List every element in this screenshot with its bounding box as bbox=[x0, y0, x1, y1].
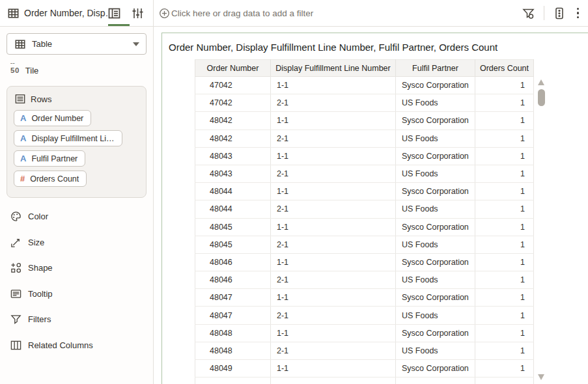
table-row[interactable]: 480462-1US Foods1 bbox=[195, 271, 534, 289]
pill-order-number[interactable]: A Order Number bbox=[14, 110, 91, 126]
size-icon bbox=[10, 237, 21, 248]
grammar-sidebar: Table 50 Tile Rows A Order Number A Disp… bbox=[0, 27, 154, 384]
table-cell: 1-1 bbox=[271, 218, 396, 236]
table-cell: 2-1 bbox=[271, 342, 396, 359]
table-row[interactable]: 480452-1US Foods1 bbox=[195, 236, 534, 253]
table-cell: 1 bbox=[475, 236, 534, 253]
table-cell: 48042 bbox=[195, 112, 271, 130]
sidebar-item-shape[interactable]: Shape bbox=[7, 255, 147, 281]
table-grid-icon bbox=[8, 8, 19, 19]
table-cell: 2-1 bbox=[271, 165, 396, 182]
table-cell: US Foods bbox=[396, 94, 475, 112]
filter-settings-icon[interactable] bbox=[522, 7, 535, 20]
table-row[interactable]: 480431-1Sysco Corporation1 bbox=[195, 147, 534, 165]
conditional-formatting-icon[interactable] bbox=[553, 7, 565, 20]
text-attribute-icon: A bbox=[20, 133, 26, 143]
filter-bar[interactable]: Click here or drag data to add a filter bbox=[154, 0, 522, 26]
color-palette-icon bbox=[10, 211, 21, 222]
table-cell: 1 bbox=[475, 130, 534, 147]
table-cell: 1-1 bbox=[271, 253, 396, 271]
column-header-display-fulfillment-line-number[interactable]: Display Fulfillment Line Number bbox=[271, 60, 396, 77]
table-cell: 1 bbox=[475, 360, 534, 377]
scroll-up-arrow-icon[interactable] bbox=[538, 79, 544, 85]
sidebar-item-related-columns[interactable]: Related Columns bbox=[7, 333, 147, 359]
table-row[interactable]: 480451-1Sysco Corporation1 bbox=[195, 218, 534, 236]
table-cell: 48048 bbox=[195, 342, 271, 359]
table-cell: 48046 bbox=[195, 271, 271, 289]
table-row[interactable]: 480482-1US Foods1 bbox=[195, 342, 534, 359]
table-cell: 1 bbox=[475, 200, 534, 218]
vertical-scrollbar[interactable] bbox=[536, 76, 546, 383]
pill-display-fulfillment-line[interactable]: A Display Fulfillment Li… bbox=[14, 130, 122, 146]
table-cell bbox=[475, 377, 534, 384]
shape-icon bbox=[10, 262, 21, 273]
table-row[interactable]: 480421-1Sysco Corporation1 bbox=[195, 112, 534, 130]
tile-field-well[interactable]: 50 Tile bbox=[10, 63, 147, 77]
sidebar-item-filters[interactable]: Filters bbox=[7, 307, 147, 333]
table-cell bbox=[396, 377, 475, 384]
scroll-down-arrow-icon[interactable] bbox=[538, 374, 544, 380]
table-visualization[interactable]: Order Number, Display Fulfillment Line N… bbox=[161, 33, 588, 384]
viz-type-select[interactable]: Table bbox=[7, 33, 147, 55]
table-cell: Sysco Corporation bbox=[396, 289, 475, 307]
table-cell: 1-1 bbox=[271, 147, 396, 165]
table-cell: 2-1 bbox=[271, 200, 396, 218]
table-cell: Sysco Corporation bbox=[396, 253, 475, 271]
table-row[interactable]: 480441-1Sysco Corporation1 bbox=[195, 183, 534, 200]
column-header-orders-count[interactable]: Orders Count bbox=[475, 60, 534, 77]
top-bar: Order Number, Disp… bbox=[0, 0, 588, 27]
table-cell: 48045 bbox=[195, 218, 271, 236]
grammar-panel-icon[interactable] bbox=[108, 7, 120, 20]
scrollbar-thumb[interactable] bbox=[538, 89, 545, 106]
sidebar-item-color[interactable]: Color bbox=[7, 204, 147, 230]
table-cell: 48049 bbox=[195, 360, 271, 377]
table-cell: Sysco Corporation bbox=[396, 77, 475, 94]
pill-orders-count[interactable]: # Orders Count bbox=[14, 171, 87, 187]
column-header-order-number[interactable]: Order Number bbox=[195, 60, 271, 77]
sidebar-item-size[interactable]: Size bbox=[7, 230, 147, 256]
tile-icon: 50 bbox=[10, 66, 20, 74]
table-row[interactable]: 480461-1Sysco Corporation1 bbox=[195, 253, 534, 271]
column-header-fulfil-partner[interactable]: Fulfil Partner bbox=[396, 60, 475, 77]
table-row[interactable]: 480481-1Sysco Corporation1 bbox=[195, 324, 534, 342]
sidebar-item-label: Filters bbox=[28, 314, 51, 324]
pill-label: Display Fulfillment Li… bbox=[31, 134, 114, 143]
table-row[interactable]: 470422-1US Foods1 bbox=[195, 94, 534, 112]
more-options-menu-icon[interactable] bbox=[574, 7, 582, 20]
sidebar-item-label: Size bbox=[28, 238, 44, 247]
table-cell: Sysco Corporation bbox=[396, 183, 475, 200]
sidebar-item-tooltip[interactable]: Tooltip bbox=[7, 281, 147, 307]
properties-sliders-icon[interactable] bbox=[132, 7, 144, 20]
table-cell: 2-1 bbox=[271, 236, 396, 253]
pill-fulfil-partner[interactable]: A Fulfil Partner bbox=[14, 150, 85, 167]
table-row[interactable]: 480472-1US Foods1 bbox=[195, 307, 534, 324]
table-cell: 1-1 bbox=[271, 324, 396, 342]
table-cell: Sysco Corporation bbox=[396, 147, 475, 165]
table-cell: 48043 bbox=[195, 147, 271, 165]
rows-icon bbox=[15, 94, 25, 104]
table-cell: Sysco Corporation bbox=[396, 112, 475, 130]
table-cell: 1 bbox=[475, 77, 534, 94]
table-cell: 1 bbox=[475, 218, 534, 236]
viz-title: Order Number, Display Fulfillment Line N… bbox=[169, 42, 497, 53]
table-cell: Sysco Corporation bbox=[396, 324, 475, 342]
table-row[interactable]: 480491-1Sysco Corporation1 bbox=[195, 360, 534, 377]
table-row[interactable]: 480422-1US Foods1 bbox=[195, 130, 534, 147]
table-cell: 2-1 bbox=[271, 271, 396, 289]
pill-label: Fulfil Partner bbox=[31, 154, 77, 163]
rows-section-label: Rows bbox=[31, 94, 52, 104]
table-cell: 1 bbox=[475, 324, 534, 342]
table-cell: 1-1 bbox=[271, 112, 396, 130]
table-row[interactable]: 470421-1Sysco Corporation1 bbox=[195, 77, 534, 94]
table-cell: 47042 bbox=[195, 77, 271, 94]
table-row[interactable]: 480432-1US Foods1 bbox=[195, 165, 534, 182]
viz-tab[interactable]: Order Number, Disp… bbox=[0, 0, 154, 26]
pill-label: Orders Count bbox=[30, 174, 79, 184]
table-row[interactable]: 480442-1US Foods1 bbox=[195, 200, 534, 218]
table-row[interactable]: 480471-1Sysco Corporation1 bbox=[195, 289, 534, 307]
table-cell bbox=[271, 377, 396, 384]
table-cell: US Foods bbox=[396, 271, 475, 289]
table-cell: 1 bbox=[475, 94, 534, 112]
table-cell: US Foods bbox=[396, 307, 475, 324]
table-cell: 1-1 bbox=[271, 77, 396, 94]
